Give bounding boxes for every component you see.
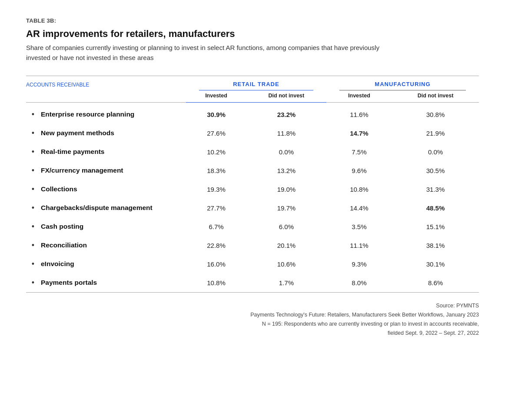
table-row: •New payment methods27.6%11.8%14.7%21.9% [26,124,479,143]
manufacturing-header: MANUFACTURING [339,81,466,90]
bullet-icon: • [26,236,38,255]
mfg-not-invest-value: 8.6% [392,273,479,293]
mfg-not-invest-value: 30.5% [392,161,479,180]
mfg-invested-value: 7.5% [326,143,392,161]
mfg-not-invest-value: 21.9% [392,124,479,143]
table-row: •Real-time payments10.2%0.0%7.5%0.0% [26,143,479,161]
bullet-icon: • [26,143,38,161]
mfg-invested-value: 11.6% [326,105,392,124]
mfg-not-invest-value: 15.1% [392,217,479,236]
column-header-row: Invested Did not invest Invested Did not… [26,91,479,103]
retail-not-invest-value: 20.1% [246,236,326,255]
table-label: TABLE 3B: [26,17,479,24]
table-row: •Chargebacks/dispute management27.7%19.7… [26,199,479,217]
table-row: •Enterprise resource planning30.9%23.2%1… [26,105,479,124]
mfg-not-invest-value: 30.1% [392,255,479,273]
retail-not-invest-header: Did not invest [246,91,326,103]
row-label: Real-time payments [38,143,186,161]
data-table: ACCOUNTS RECEIVABLE RETAIL TRADE MANUFAC… [26,76,479,338]
mfg-not-invest-value: 31.3% [392,180,479,199]
retail-invested-value: 18.3% [186,161,246,180]
row-label: Payments portals [38,273,186,293]
bullet-icon: • [26,217,38,236]
footer-text: Source: PYMNTS Payments Technology's Fut… [26,301,479,338]
mfg-invested-value: 9.3% [326,255,392,273]
mfg-not-invest-value: 48.5% [392,199,479,217]
mfg-invested-value: 9.6% [326,161,392,180]
table-row: •FX/currency management18.3%13.2%9.6%30.… [26,161,479,180]
subtitle: Share of companies currently investing o… [26,43,382,63]
retail-invested-value: 22.8% [186,236,246,255]
group-header-row: ACCOUNTS RECEIVABLE RETAIL TRADE MANUFAC… [26,76,479,91]
row-label: Reconciliation [38,236,186,255]
row-label: Chargebacks/dispute management [38,199,186,217]
mfg-not-invest-header: Did not invest [392,91,479,103]
mfg-invested-header: Invested [326,91,392,103]
retail-not-invest-value: 10.6% [246,255,326,273]
mfg-invested-value: 10.8% [326,180,392,199]
retail-not-invest-value: 11.8% [246,124,326,143]
row-label: New payment methods [38,124,186,143]
bullet-icon: • [26,161,38,180]
table-row: •eInvoicing16.0%10.6%9.3%30.1% [26,255,479,273]
row-label: eInvoicing [38,255,186,273]
table-row: •Cash posting6.7%6.0%3.5%15.1% [26,217,479,236]
row-label: Cash posting [38,217,186,236]
table-row: •Reconciliation22.8%20.1%11.1%38.1% [26,236,479,255]
mfg-not-invest-value: 0.0% [392,143,479,161]
ar-column-label: ACCOUNTS RECEIVABLE [26,82,89,88]
retail-invested-value: 27.7% [186,199,246,217]
mfg-invested-value: 8.0% [326,273,392,293]
row-label: Enterprise resource planning [38,105,186,124]
retail-invested-value: 19.3% [186,180,246,199]
retail-invested-value: 16.0% [186,255,246,273]
footer-row: Source: PYMNTS Payments Technology's Fut… [26,292,479,338]
retail-not-invest-value: 19.7% [246,199,326,217]
retail-not-invest-value: 13.2% [246,161,326,180]
bullet-icon: • [26,255,38,273]
bullet-icon: • [26,199,38,217]
bullet-icon: • [26,180,38,199]
mfg-invested-value: 14.7% [326,124,392,143]
page-title: AR improvements for retailers, manufactu… [26,28,479,40]
table-row: •Collections19.3%19.0%10.8%31.3% [26,180,479,199]
row-label: FX/currency management [38,161,186,180]
retail-not-invest-value: 1.7% [246,273,326,293]
mfg-invested-value: 14.4% [326,199,392,217]
retail-invested-value: 10.2% [186,143,246,161]
retail-invested-value: 10.8% [186,273,246,293]
mfg-not-invest-value: 38.1% [392,236,479,255]
retail-not-invest-value: 23.2% [246,105,326,124]
mfg-invested-value: 3.5% [326,217,392,236]
row-label: Collections [38,180,186,199]
retail-invested-value: 6.7% [186,217,246,236]
bullet-icon: • [26,105,38,124]
retail-invested-value: 30.9% [186,105,246,124]
retail-not-invest-value: 0.0% [246,143,326,161]
mfg-invested-value: 11.1% [326,236,392,255]
bullet-icon: • [26,124,38,143]
mfg-not-invest-value: 30.8% [392,105,479,124]
retail-invested-header: Invested [186,91,246,103]
bullet-icon: • [26,273,38,293]
retail-not-invest-value: 19.0% [246,180,326,199]
retail-not-invest-value: 6.0% [246,217,326,236]
retail-trade-header: RETAIL TRADE [199,81,313,90]
retail-invested-value: 27.6% [186,124,246,143]
table-row: •Payments portals10.8%1.7%8.0%8.6% [26,273,479,293]
